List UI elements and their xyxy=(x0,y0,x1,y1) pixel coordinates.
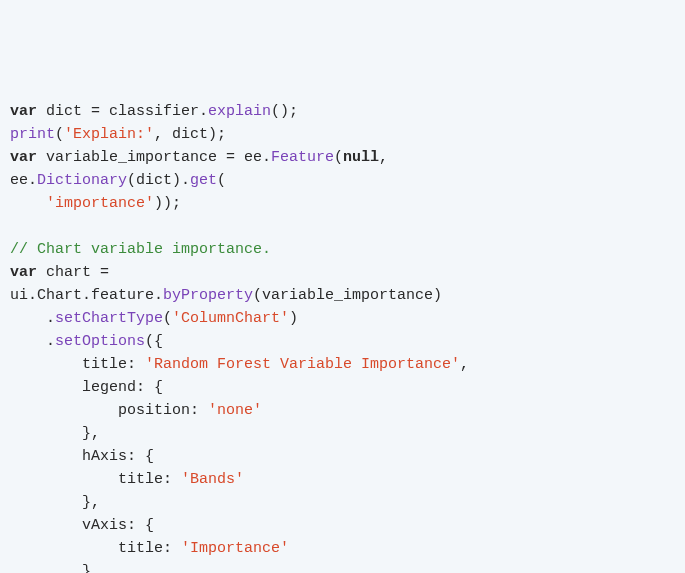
code-token-plain: ee. xyxy=(10,172,37,189)
code-token-plain: ({ xyxy=(145,333,163,350)
code-token-plain: (); xyxy=(271,103,298,120)
code-token-kw: null xyxy=(343,149,379,166)
code-token-cmt: // Chart variable importance. xyxy=(10,241,271,258)
code-token-plain xyxy=(10,195,46,212)
code-token-plain: }, xyxy=(10,494,100,511)
code-token-str: 'ColumnChart' xyxy=(172,310,289,327)
code-token-fn: Feature xyxy=(271,149,334,166)
code-token-fn: byProperty xyxy=(163,287,253,304)
code-token-kw: var xyxy=(10,103,37,120)
code-token-str: 'none' xyxy=(208,402,262,419)
code-token-plain: . xyxy=(10,333,55,350)
code-token-plain: legend: { xyxy=(10,379,163,396)
code-token-plain: (variable_importance) xyxy=(253,287,442,304)
code-token-plain: , xyxy=(379,149,388,166)
code-token-fn: Dictionary xyxy=(37,172,127,189)
code-block: var dict = classifier.explain(); print('… xyxy=(10,100,675,573)
code-token-str: 'Bands' xyxy=(181,471,244,488)
code-token-plain: }, xyxy=(10,425,100,442)
code-token-fn: setOptions xyxy=(55,333,145,350)
code-token-plain: } xyxy=(10,563,91,573)
code-token-plain: vAxis: { xyxy=(10,517,154,534)
code-token-plain: title: xyxy=(10,471,181,488)
code-token-plain: , dict); xyxy=(154,126,226,143)
code-token-plain: )); xyxy=(154,195,181,212)
code-token-str: 'importance' xyxy=(46,195,154,212)
code-token-plain: ( xyxy=(217,172,226,189)
code-token-plain: ( xyxy=(55,126,64,143)
code-token-plain: title: xyxy=(10,356,145,373)
code-token-plain: . xyxy=(10,310,55,327)
code-token-plain: (dict). xyxy=(127,172,190,189)
code-token-plain: ) xyxy=(289,310,298,327)
code-token-plain: title: xyxy=(10,540,181,557)
code-token-plain: , xyxy=(460,356,469,373)
code-token-plain: ( xyxy=(334,149,343,166)
code-token-fn: get xyxy=(190,172,217,189)
code-token-fn: print xyxy=(10,126,55,143)
code-token-plain: variable_importance = ee. xyxy=(37,149,271,166)
code-token-plain: chart = xyxy=(37,264,109,281)
code-token-plain: hAxis: { xyxy=(10,448,154,465)
code-token-plain: ( xyxy=(163,310,172,327)
code-token-kw: var xyxy=(10,149,37,166)
code-token-str: 'Importance' xyxy=(181,540,289,557)
code-token-str: 'Explain:' xyxy=(64,126,154,143)
code-token-plain: ui.Chart.feature. xyxy=(10,287,163,304)
code-token-plain: dict = classifier. xyxy=(37,103,208,120)
code-token-str: 'Random Forest Variable Importance' xyxy=(145,356,460,373)
code-token-plain: position: xyxy=(10,402,208,419)
code-token-fn: explain xyxy=(208,103,271,120)
code-token-kw: var xyxy=(10,264,37,281)
code-token-fn: setChartType xyxy=(55,310,163,327)
